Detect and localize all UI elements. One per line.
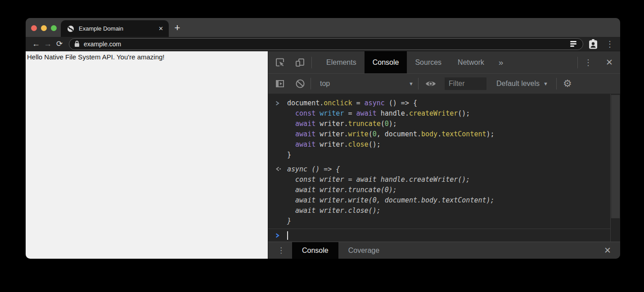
browser-menu-kebab-icon[interactable]: ⋮ [606,39,614,49]
console-log-area[interactable]: document.onclick = async () => { const w… [268,94,620,242]
console-toolbar: top ▼ Default levels ▼ [268,74,620,94]
devtools-tabbar: Elements Console Sources Network » ⋮ ✕ [268,51,620,74]
console-result-entry: async () => { const writer = await handl… [268,162,620,229]
address-bar: ← → ⟳ example.com [26,37,620,51]
window-controls [31,25,57,31]
devtools-panel: Elements Console Sources Network » ⋮ ✕ [268,51,620,259]
console-command-entry: document.onclick = async () => { const w… [268,98,620,162]
console-command-code: document.onclick = async () => { const w… [287,98,607,160]
devtools-drawer: ⋮ Console Coverage ✕ [268,242,620,259]
clear-console-icon[interactable] [290,79,311,89]
profile-avatar-icon[interactable] [589,39,598,49]
javascript-context-select[interactable]: top ▼ [311,80,418,88]
tab-console[interactable]: Console [365,51,407,73]
drawer-menu-kebab-icon[interactable]: ⋮ [268,242,292,259]
maximize-window-button[interactable] [51,25,57,31]
browser-window: Example Domain ✕ + ← → ⟳ example.com [26,18,620,259]
tab-title: Example Domain [79,25,158,32]
tab-network[interactable]: Network [450,51,492,73]
prompt-chevron-icon [275,232,281,239]
inspect-element-icon[interactable] [268,51,290,73]
webpage-viewport: Hello Native File System API. You're ama… [26,51,268,259]
device-toolbar-icon[interactable] [290,51,311,73]
list-icon[interactable] [570,41,576,47]
console-messages: document.onclick = async () => { const w… [268,94,620,229]
minimize-window-button[interactable] [41,25,47,31]
reload-icon[interactable]: ⟳ [54,39,65,49]
chevron-down-icon: ▼ [409,81,418,86]
page-body-text: Hello Native File System API. You're ama… [27,53,165,61]
omnibox[interactable]: example.com [69,38,583,50]
log-levels-label: Default levels [496,80,540,88]
chevron-down-icon: ▼ [543,81,548,86]
filter-input-wrapper [445,77,486,90]
new-tab-button[interactable]: + [171,22,184,35]
console-result-code: async () => { const writer = await handl… [287,164,607,226]
console-sidebar-toggle-icon[interactable] [271,78,290,89]
context-label: top [320,80,330,88]
live-expression-eye-icon[interactable] [419,79,437,88]
more-tabs-icon[interactable]: » [492,51,510,73]
log-levels-dropdown[interactable]: Default levels ▼ [496,80,548,88]
command-chevron-icon [275,100,281,107]
page-favicon-globe-icon [67,25,74,32]
devtools-close-icon[interactable]: ✕ [599,51,620,73]
devtools-menu-kebab-icon[interactable]: ⋮ [578,51,599,73]
returned-value-icon [275,166,281,173]
drawer-tab-console[interactable]: Console [292,242,338,259]
browser-tab[interactable]: Example Domain ✕ [61,20,169,37]
divider [556,78,557,90]
url-text: example.com [84,40,570,48]
console-scrollbar[interactable] [610,94,620,242]
scrollbar-thumb[interactable] [611,95,620,218]
console-prompt[interactable] [268,229,620,242]
tab-close-icon[interactable]: ✕ [158,25,163,32]
back-icon[interactable]: ← [30,39,42,49]
tab-sources[interactable]: Sources [407,51,450,73]
divider [311,57,312,68]
tab-elements[interactable]: Elements [318,51,365,73]
forward-icon[interactable]: → [42,39,54,49]
lock-icon [74,40,80,47]
console-settings-gear-icon[interactable]: ⚙ [563,79,575,89]
drawer-tab-coverage[interactable]: Coverage [338,242,389,259]
filter-input[interactable] [449,80,485,88]
text-cursor [287,231,288,240]
tab-strip: Example Domain ✕ + [26,18,620,37]
close-window-button[interactable] [31,25,37,31]
drawer-close-icon[interactable]: ✕ [595,242,620,259]
